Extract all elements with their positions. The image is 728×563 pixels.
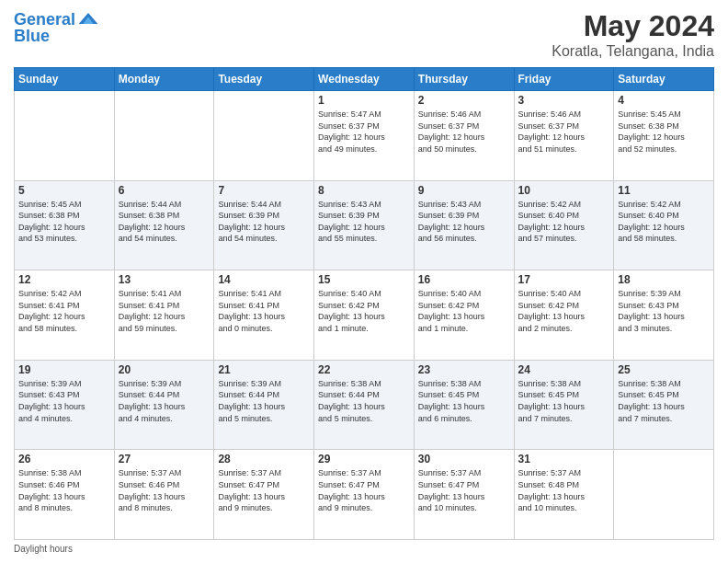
day-number: 16 [418,273,510,286]
day-cell: 27Sunrise: 5:37 AM Sunset: 6:46 PM Dayli… [114,450,214,540]
day-cell: 15Sunrise: 5:40 AM Sunset: 6:42 PM Dayli… [314,270,415,361]
day-cell: 14Sunrise: 5:41 AM Sunset: 6:41 PM Dayli… [214,270,314,361]
day-cell: 26Sunrise: 5:38 AM Sunset: 6:46 PM Dayli… [15,450,115,540]
day-number: 26 [18,453,110,465]
day-cell: 3Sunrise: 5:46 AM Sunset: 6:37 PM Daylig… [514,91,614,181]
day-cell [114,91,214,181]
day-info: Sunrise: 5:37 AM Sunset: 6:46 PM Dayligh… [119,467,210,513]
day-cell: 2Sunrise: 5:46 AM Sunset: 6:37 PM Daylig… [414,91,514,181]
day-number: 18 [618,273,710,286]
day-cell: 5Sunrise: 5:45 AM Sunset: 6:38 PM Daylig… [15,180,115,270]
day-number: 28 [218,453,310,465]
day-cell: 21Sunrise: 5:39 AM Sunset: 6:44 PM Dayli… [214,360,314,450]
day-number: 5 [18,184,110,197]
day-info: Sunrise: 5:45 AM Sunset: 6:38 PM Dayligh… [618,109,710,155]
day-info: Sunrise: 5:44 AM Sunset: 6:38 PM Dayligh… [119,199,210,245]
day-number: 2 [418,94,510,107]
day-info: Sunrise: 5:37 AM Sunset: 6:47 PM Dayligh… [218,467,310,513]
day-info: Sunrise: 5:38 AM Sunset: 6:45 PM Dayligh… [518,378,610,424]
day-number: 1 [318,94,410,107]
day-cell: 29Sunrise: 5:37 AM Sunset: 6:47 PM Dayli… [314,450,415,540]
day-number: 27 [119,453,210,465]
calendar-title: May 2024 [552,9,714,43]
day-number: 14 [218,273,310,286]
day-info: Sunrise: 5:41 AM Sunset: 6:41 PM Dayligh… [218,288,310,334]
day-cell: 8Sunrise: 5:43 AM Sunset: 6:39 PM Daylig… [314,180,415,270]
day-cell: 4Sunrise: 5:45 AM Sunset: 6:38 PM Daylig… [614,91,714,181]
day-cell: 1Sunrise: 5:47 AM Sunset: 6:37 PM Daylig… [314,91,415,181]
day-info: Sunrise: 5:39 AM Sunset: 6:43 PM Dayligh… [618,288,710,334]
weekday-header-sunday: Sunday [15,68,115,91]
footer: Daylight hours [14,544,714,554]
day-number: 23 [418,363,510,376]
day-info: Sunrise: 5:38 AM Sunset: 6:44 PM Dayligh… [318,378,410,424]
day-number: 22 [318,363,410,376]
day-info: Sunrise: 5:39 AM Sunset: 6:43 PM Dayligh… [18,378,110,424]
day-cell: 20Sunrise: 5:39 AM Sunset: 6:44 PM Dayli… [114,360,214,450]
day-number: 3 [518,94,610,107]
day-cell: 7Sunrise: 5:44 AM Sunset: 6:39 PM Daylig… [214,180,314,270]
day-cell: 17Sunrise: 5:40 AM Sunset: 6:42 PM Dayli… [514,270,614,361]
day-number: 7 [218,184,310,197]
footer-text: Daylight hours [14,544,73,554]
day-info: Sunrise: 5:40 AM Sunset: 6:42 PM Dayligh… [318,288,410,334]
day-number: 8 [318,184,410,197]
page: General Blue May 2024 Koratla, Telangana… [0,0,728,563]
day-info: Sunrise: 5:44 AM Sunset: 6:39 PM Dayligh… [218,199,310,245]
day-info: Sunrise: 5:43 AM Sunset: 6:39 PM Dayligh… [418,199,510,245]
day-cell: 13Sunrise: 5:41 AM Sunset: 6:41 PM Dayli… [114,270,214,361]
week-row-5: 26Sunrise: 5:38 AM Sunset: 6:46 PM Dayli… [15,450,714,540]
day-info: Sunrise: 5:43 AM Sunset: 6:39 PM Dayligh… [318,199,410,245]
day-number: 9 [418,184,510,197]
calendar-table: SundayMondayTuesdayWednesdayThursdayFrid… [14,67,714,540]
day-info: Sunrise: 5:38 AM Sunset: 6:45 PM Dayligh… [418,378,510,424]
day-info: Sunrise: 5:42 AM Sunset: 6:41 PM Dayligh… [18,288,110,334]
day-cell: 18Sunrise: 5:39 AM Sunset: 6:43 PM Dayli… [614,270,714,361]
day-info: Sunrise: 5:41 AM Sunset: 6:41 PM Dayligh… [119,288,210,334]
day-cell: 22Sunrise: 5:38 AM Sunset: 6:44 PM Dayli… [314,360,415,450]
day-info: Sunrise: 5:46 AM Sunset: 6:37 PM Dayligh… [418,109,510,155]
day-number: 17 [518,273,610,286]
day-info: Sunrise: 5:37 AM Sunset: 6:48 PM Dayligh… [518,467,610,513]
day-number: 30 [418,453,510,465]
day-cell [214,91,314,181]
day-info: Sunrise: 5:40 AM Sunset: 6:42 PM Dayligh… [518,288,610,334]
day-cell: 12Sunrise: 5:42 AM Sunset: 6:41 PM Dayli… [15,270,115,361]
day-cell: 19Sunrise: 5:39 AM Sunset: 6:43 PM Dayli… [15,360,115,450]
weekday-header-tuesday: Tuesday [214,68,314,91]
day-cell: 10Sunrise: 5:42 AM Sunset: 6:40 PM Dayli… [514,180,614,270]
day-number: 10 [518,184,610,197]
day-info: Sunrise: 5:47 AM Sunset: 6:37 PM Dayligh… [318,109,410,155]
day-number: 15 [318,273,410,286]
weekday-header-thursday: Thursday [414,68,514,91]
day-info: Sunrise: 5:45 AM Sunset: 6:38 PM Dayligh… [18,199,110,245]
day-cell [614,450,714,540]
day-number: 31 [518,453,610,465]
day-number: 29 [318,453,410,465]
day-info: Sunrise: 5:42 AM Sunset: 6:40 PM Dayligh… [618,199,710,245]
week-row-2: 5Sunrise: 5:45 AM Sunset: 6:38 PM Daylig… [15,180,714,270]
day-cell: 30Sunrise: 5:37 AM Sunset: 6:47 PM Dayli… [414,450,514,540]
day-cell: 23Sunrise: 5:38 AM Sunset: 6:45 PM Dayli… [414,360,514,450]
weekday-header-monday: Monday [114,68,214,91]
day-info: Sunrise: 5:37 AM Sunset: 6:47 PM Dayligh… [318,467,410,513]
logo-icon [77,9,99,31]
day-cell [15,91,115,181]
day-number: 24 [518,363,610,376]
day-info: Sunrise: 5:46 AM Sunset: 6:37 PM Dayligh… [518,109,610,155]
day-number: 19 [18,363,110,376]
day-cell: 11Sunrise: 5:42 AM Sunset: 6:40 PM Dayli… [614,180,714,270]
day-number: 12 [18,273,110,286]
weekday-header-wednesday: Wednesday [314,68,415,91]
weekday-header-saturday: Saturday [614,68,714,91]
day-number: 11 [618,184,710,197]
calendar-subtitle: Koratla, Telangana, India [552,43,714,60]
day-cell: 28Sunrise: 5:37 AM Sunset: 6:47 PM Dayli… [214,450,314,540]
day-number: 25 [618,363,710,376]
week-row-3: 12Sunrise: 5:42 AM Sunset: 6:41 PM Dayli… [15,270,714,361]
day-cell: 16Sunrise: 5:40 AM Sunset: 6:42 PM Dayli… [414,270,514,361]
day-info: Sunrise: 5:39 AM Sunset: 6:44 PM Dayligh… [119,378,210,424]
title-block: May 2024 Koratla, Telangana, India [552,9,714,60]
weekday-header-friday: Friday [514,68,614,91]
day-cell: 25Sunrise: 5:38 AM Sunset: 6:45 PM Dayli… [614,360,714,450]
